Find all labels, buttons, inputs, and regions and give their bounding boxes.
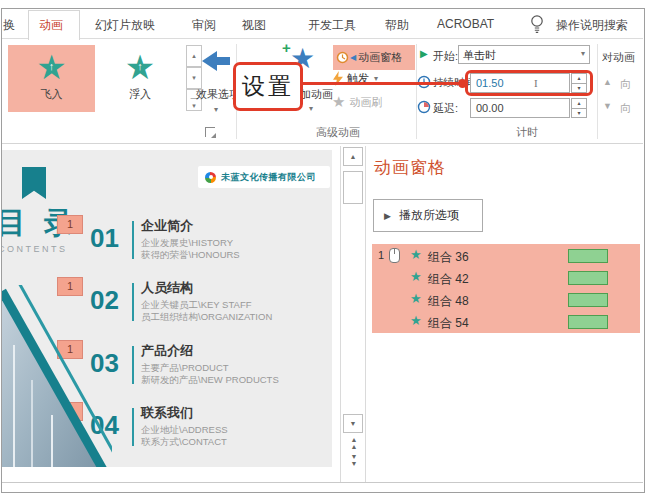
gallery-item-label: 浮入 xyxy=(129,88,151,100)
reorder-animation-label: 对动画 xyxy=(602,50,635,65)
section-divider xyxy=(132,408,134,446)
delay-spinner[interactable]: ▴ ▾ xyxy=(571,98,587,118)
section-line: 企业发展史\HISTORY xyxy=(141,237,240,249)
sequence-number: 1 xyxy=(378,249,384,261)
slide-subtitle: CONTENTS xyxy=(2,244,68,254)
spin-down-icon[interactable]: ▾ xyxy=(571,83,587,93)
animation-pane-icon: ◀ xyxy=(336,51,356,64)
section-line: 企业地址\ADDRESS xyxy=(141,424,228,436)
animation-pane-label: 动画窗格 xyxy=(358,50,402,65)
animation-list-item[interactable]: ★ 组合 48 xyxy=(372,289,640,311)
animation-list-selection: 1 ★ 组合 36 ★ 组合 42 ★ 组合 48 ★ 组合 54 xyxy=(372,244,640,333)
animation-item-label: 组合 36 xyxy=(428,249,469,266)
timeline-bar[interactable] xyxy=(568,271,608,285)
callout-settings: 设置 xyxy=(233,62,303,111)
tab-slideshow[interactable]: 幻灯片放映 xyxy=(95,17,155,34)
section-divider xyxy=(132,221,134,259)
effect-options-button[interactable]: 效果选项 ▾ xyxy=(196,47,236,114)
duration-spinner[interactable]: ▴ ▾ xyxy=(571,73,587,93)
move-earlier-label: 向 xyxy=(620,77,631,92)
gallery-item-float-in[interactable]: ★↑ 浮入 xyxy=(95,45,185,112)
strip-left-border xyxy=(340,146,341,482)
tab-acrobat[interactable]: ACROBAT xyxy=(437,17,494,31)
scroll-up-button[interactable]: ▲ xyxy=(343,147,363,166)
logo-pinwheel-icon xyxy=(205,172,216,183)
text-cursor-icon: I xyxy=(534,77,538,89)
spin-up-icon[interactable]: ▴ xyxy=(571,98,587,108)
lightbulb-icon xyxy=(529,13,545,38)
float-in-star-icon: ★↑ xyxy=(95,50,185,84)
bookmark-ribbon-shape xyxy=(22,167,46,199)
section-line: 主要产品\PRODUCT xyxy=(141,362,279,374)
animation-list-item[interactable]: 1 ★ 组合 36 xyxy=(372,245,640,267)
duration-value: 01.50 xyxy=(476,77,504,89)
entrance-star-icon: ★ xyxy=(410,291,422,306)
callout-connector-line xyxy=(298,82,461,85)
plus-icon: + xyxy=(282,39,291,56)
tab-help[interactable]: 帮助 xyxy=(385,17,409,34)
animation-painter-label: 动画刷 xyxy=(349,95,382,110)
play-icon: ▶ xyxy=(384,211,391,221)
spin-down-icon[interactable]: ▾ xyxy=(571,108,587,118)
animation-pane-title: 动画窗格 xyxy=(374,156,446,179)
ribbon-bottom-border xyxy=(2,143,643,144)
company-logo: 未蓝文化传播有限公司 xyxy=(198,166,330,188)
tell-me-search[interactable]: 操作说明搜索 xyxy=(556,17,628,34)
entrance-star-icon: ★ xyxy=(410,247,422,262)
timeline-bar[interactable] xyxy=(568,293,608,307)
start-label: 开始: xyxy=(433,49,458,64)
animation-item-label: 组合 54 xyxy=(428,315,469,332)
gallery-item-fly-in[interactable]: ★↑ 飞入 xyxy=(8,45,95,112)
tab-animation[interactable]: 动画 xyxy=(39,17,63,34)
animation-number-badge: 1 xyxy=(57,215,83,234)
tab-transitions[interactable]: 换 xyxy=(3,17,15,34)
start-value-combobox[interactable]: 单击时 ▾ xyxy=(458,45,590,64)
spin-up-icon[interactable]: ▴ xyxy=(571,73,587,83)
play-selected-label: 播放所选项 xyxy=(399,207,459,224)
previous-slide-button[interactable]: ▲▲ xyxy=(346,436,362,450)
tab-view[interactable]: 视图 xyxy=(242,17,266,34)
entrance-star-icon: ★ xyxy=(410,269,422,284)
section-title: 产品介绍 xyxy=(141,343,279,359)
animation-item-label: 组合 42 xyxy=(428,271,469,288)
scroll-down-button[interactable]: ▼ xyxy=(343,414,363,433)
delay-value: 00.00 xyxy=(476,102,504,114)
gallery-item-label: 飞入 xyxy=(41,88,63,100)
section-title: 人员结构 xyxy=(141,280,272,296)
move-later-icon[interactable]: ▼ xyxy=(603,101,612,111)
group-label-advanced-animation: 高级动画 xyxy=(309,125,367,140)
animation-dialog-launcher-icon[interactable] xyxy=(205,127,215,137)
powerpoint-window: 换 动画 幻灯片放映 审阅 视图 开发工具 帮助 ACROBAT 操作说明搜索 … xyxy=(0,0,645,493)
animation-list-item[interactable]: ★ 组合 54 xyxy=(372,311,640,333)
status-bar-divider xyxy=(2,482,643,483)
section-title: 企业简介 xyxy=(141,218,240,234)
mouse-click-icon xyxy=(389,248,400,263)
timeline-bar[interactable] xyxy=(568,315,608,329)
move-earlier-icon[interactable]: ▲ xyxy=(603,77,612,87)
tab-developer[interactable]: 开发工具 xyxy=(308,17,356,34)
toc-section: 01 企业简介 企业发展史\HISTORY 获得的荣誉\HONOURS xyxy=(90,218,240,261)
scrollbar-thumb[interactable] xyxy=(343,171,363,204)
toc-section: 03 产品介绍 主要产品\PRODUCT 新研发的产品\NEW PRODUCTS xyxy=(90,343,279,386)
animation-pane-button[interactable]: ◀ 动画窗格 xyxy=(333,45,415,70)
section-number: 01 xyxy=(90,218,130,261)
duration-field[interactable]: 01.50 I xyxy=(470,73,570,93)
play-selected-button[interactable]: ▶ 播放所选项 xyxy=(373,199,483,232)
effect-options-arrow-icon xyxy=(200,61,232,78)
timeline-bar[interactable] xyxy=(568,249,608,263)
chevron-down-icon: ▾ xyxy=(581,49,585,58)
section-line: 新研发的产品\NEW PRODUCTS xyxy=(141,374,279,386)
group-separator xyxy=(597,44,598,139)
effect-options-label: 效果选项 xyxy=(196,87,236,102)
animation-painter-button[interactable]: ★ 动画刷 xyxy=(332,93,382,111)
section-divider xyxy=(132,283,134,321)
tab-review[interactable]: 审阅 xyxy=(192,17,216,34)
entrance-star-icon: ★ xyxy=(410,313,422,328)
slide-canvas: 未蓝文化传播有限公司 目 录 CONTENTS 1 1 1 1 01 企业简介 … xyxy=(2,150,332,467)
pane-left-border xyxy=(365,146,366,482)
tabbar-divider xyxy=(2,38,643,39)
section-line: 获得的荣誉\HONOURS xyxy=(141,249,240,261)
next-slide-button[interactable]: ▼▼ xyxy=(346,453,362,467)
delay-field[interactable]: 00.00 xyxy=(470,98,570,118)
animation-list-item[interactable]: ★ 组合 42 xyxy=(372,267,640,289)
